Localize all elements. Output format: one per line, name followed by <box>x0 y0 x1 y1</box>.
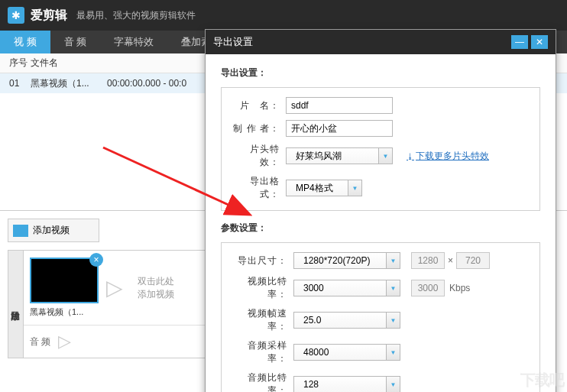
add-video-label: 添加视频 <box>33 224 70 237</box>
title-label: 片 名： <box>232 99 280 112</box>
tab-video[interactable]: 视 频 <box>0 31 50 53</box>
col-seq: 序号 <box>0 57 31 70</box>
size-select[interactable]: 1280*720(720P)▼ <box>293 252 400 269</box>
opening-label: 片头特效： <box>232 143 280 169</box>
app-name: 爱剪辑 <box>31 8 67 24</box>
vbitrate-display: 3000 <box>411 280 445 296</box>
clip-name: 黑幕视频（1... <box>30 306 100 318</box>
col-name: 文件名 <box>31 57 107 70</box>
fps-label: 视频帧速率： <box>232 307 287 333</box>
author-label: 制 作 者： <box>232 122 280 135</box>
export-fieldset: 片 名： 制 作 者： 片头特效： 好莱坞风潮▼ ⭳下载更多片头特效 导出格式：… <box>221 87 540 211</box>
abitrate-label: 音频比特率： <box>232 371 287 392</box>
add-video-button[interactable]: 添加视频 <box>8 219 99 242</box>
add-hint[interactable]: 双击此处 添加视频 <box>129 275 183 301</box>
kbps-unit: Kbps <box>449 283 470 293</box>
vbitrate-select[interactable]: 3000▼ <box>293 280 400 296</box>
export-dialog: 导出设置 — ✕ 导出设置： 片 名： 制 作 者： 片头特效： 好莱坞风潮▼ … <box>205 29 556 392</box>
remove-clip-button[interactable]: × <box>89 253 103 267</box>
format-select[interactable]: MP4格式▼ <box>286 180 362 196</box>
chevron-down-icon: ▼ <box>378 148 392 164</box>
abitrate-select[interactable]: 128▼ <box>293 376 400 392</box>
params-section-title: 参数设置： <box>221 222 540 235</box>
audio-row-label: 音 频 <box>30 335 50 348</box>
chevron-down-icon: ▼ <box>386 253 400 268</box>
author-input[interactable] <box>286 120 393 137</box>
dialog-title: 导出设置 <box>213 35 508 49</box>
clip-thumbnail[interactable]: × 黑幕视频（1... <box>30 258 100 318</box>
app-logo-icon: ✱ <box>8 7 24 24</box>
opening-select[interactable]: 好莱坞风潮▼ <box>286 147 393 164</box>
watermark: 下载吧 <box>520 370 564 390</box>
added-clips-label: 已添加片段 <box>8 251 24 358</box>
title-input[interactable] <box>286 97 393 114</box>
dialog-titlebar[interactable]: 导出设置 — ✕ <box>206 30 556 54</box>
chevron-down-icon: ▼ <box>386 280 400 296</box>
app-slogan: 最易用、强大的视频剪辑软件 <box>76 9 196 22</box>
download-more-link[interactable]: ⭳下载更多片头特效 <box>407 150 489 163</box>
format-label: 导出格式： <box>232 175 280 201</box>
arrow-right-icon: ▷ <box>58 332 71 352</box>
added-clips-panel: 已添加片段 × 黑幕视频（1... ▷ 双击此处 添加视频 音 频 <box>8 250 206 358</box>
fps-select[interactable]: 25.0▼ <box>293 312 400 329</box>
chevron-down-icon: ▼ <box>386 377 400 392</box>
video-icon <box>13 225 28 237</box>
cell-seq: 01 <box>0 78 31 89</box>
params-fieldset: 导出尺寸： 1280*720(720P)▼ 1280 × 720 视频比特率： … <box>221 242 540 392</box>
titlebar: ✱ 爱剪辑 最易用、强大的视频剪辑软件 <box>0 0 567 31</box>
download-icon: ⭳ <box>407 152 414 160</box>
close-button[interactable]: ✕ <box>531 35 548 49</box>
minimize-button[interactable]: — <box>511 35 528 49</box>
chevron-down-icon: ▼ <box>348 180 361 196</box>
asample-select[interactable]: 48000▼ <box>293 344 400 361</box>
cell-name: 黑幕视频（1... <box>31 77 107 90</box>
chevron-down-icon: ▼ <box>386 345 400 360</box>
width-display: 1280 <box>411 252 445 269</box>
tab-subtitle[interactable]: 字幕特效 <box>100 31 167 53</box>
asample-label: 音频采样率： <box>232 339 287 365</box>
chevron-down-icon: ▼ <box>386 313 400 328</box>
vbitrate-label: 视频比特率： <box>232 275 287 301</box>
tab-audio[interactable]: 音 频 <box>50 31 101 53</box>
arrow-right-icon: ▷ <box>106 275 123 300</box>
size-label: 导出尺寸： <box>232 254 287 267</box>
export-section-title: 导出设置： <box>221 66 540 79</box>
height-display: 720 <box>456 252 490 269</box>
multiply-icon: × <box>448 255 453 266</box>
